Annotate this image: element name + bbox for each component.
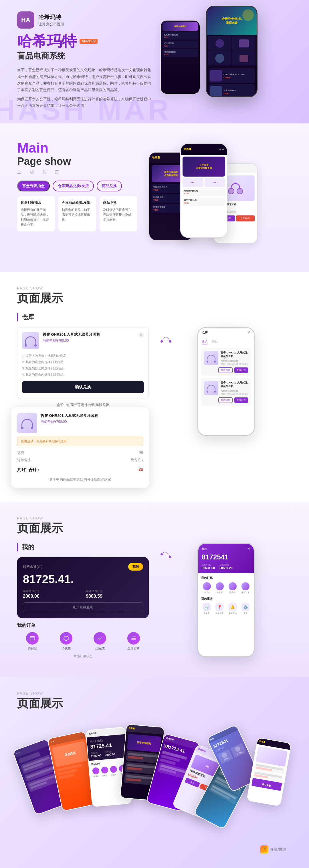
pw-btn-mail[interactable]: 邮寄到家 <box>218 367 233 373</box>
hero-description: 当下，盲盒已经成为了一种最受欢迎的文化现象，哈希玛特是这次一文化现象转化成一种新… <box>17 67 154 109</box>
wh-item-image <box>22 332 39 349</box>
tab-warehouse[interactable]: 仓库商品兑换/发货 <box>53 181 94 191</box>
pm-service-address[interactable]: 📍 地址管理 <box>216 603 223 615</box>
connector-arrow <box>160 327 172 356</box>
phone-mockup-hero: 哈希玛特转让法重磅来袭 CANON相机 <box>206 6 257 97</box>
pm-header: 我的 ←⚙ 8172541 总资产(元) 95631.50 <box>198 544 254 573</box>
pm-service-address-icon: 📍 <box>216 603 223 611</box>
pm-stat-2: 总消费(元) 58630.20 <box>220 563 233 570</box>
pw-tabs: 盒子 商品 <box>198 337 254 345</box>
func-label-4 <box>36 170 40 175</box>
pw-body: 哲睿 OHR201 入耳式无线蓝牙耳机 当前价格¥790.00 时间: 2024… <box>198 345 254 411</box>
page-show-header-mine: PAGE SHOW 页面展示 <box>17 516 292 536</box>
coupon-text: 优惠活动 <box>21 439 33 443</box>
pm-service-settings[interactable]: ⚙️ 设置 <box>242 603 250 615</box>
order-label-pending-receive: 待收货 <box>51 646 81 651</box>
pm-services-row: 🧾 开发票 📍 地址管理 🔔 系统通知 <box>201 603 251 615</box>
feature-card-1-title: 盲盒列表抽盒 <box>21 200 52 206</box>
mine-divider <box>17 543 18 551</box>
mine-section-title: 我的 <box>17 543 149 551</box>
mine-card-label: 账户余额(元) <box>23 564 43 569</box>
mine-order-pending-receive[interactable]: 待收货 <box>51 632 81 651</box>
page-show-label-phones: PAGE SHOW <box>17 691 292 695</box>
dialog-note-row: 订单备注 无备注 › <box>17 457 143 464</box>
charge-button[interactable]: 充值 <box>128 563 143 570</box>
pm-order-icon-4 <box>242 582 250 590</box>
warehouse-content: 哲睿 OHR201 入耳式无线蓝牙耳机 当前价格¥790.00 × 1. 提货人… <box>17 327 292 488</box>
total-label: 共1件 合计： <box>17 467 40 472</box>
wh-bottom-note: 盒子中的商品可进行批量/单独兑换 <box>17 403 149 407</box>
pm-service-notify-label: 系统通知 <box>229 612 236 615</box>
mine-order-done[interactable]: 已完成 <box>85 632 115 651</box>
page-show-title-warehouse: 页面展示 <box>17 290 292 306</box>
warehouse-item-row: 哲睿 OHR201 入耳式无线蓝牙耳机 当前价格¥790.00 × <box>22 332 144 349</box>
confirm-exchange-button[interactable]: 确认兑换 <box>22 381 144 393</box>
dialog-headphone-icon <box>22 419 33 427</box>
warehouse-right: 仓库 ⚙ 盒子 商品 <box>183 327 269 436</box>
watermark: 🍊 开源/拼源 <box>17 845 292 854</box>
pm-service-settings-label: 设置 <box>242 612 250 615</box>
pm-order-1[interactable]: 待付款 <box>201 582 212 594</box>
dialog-total-row: 共1件 合计： ¥0 <box>17 465 143 475</box>
pm-services-title: 我的服务 <box>201 597 251 601</box>
pw-btn2-sell[interactable]: 直接出售 <box>234 397 248 403</box>
hero-section: HA 哈希玛特 让开盒公平透明 哈希玛特 APP1.0V 盲品电商系统 当下，盲… <box>0 0 309 123</box>
total-value: ¥0 <box>139 467 143 472</box>
pm-order-3[interactable]: 已完成 <box>227 582 238 594</box>
dialog-coupon: 优惠活动 · 可兑换¥10兑换码使用 <box>17 437 143 446</box>
pm-service-settings-icon: ⚙️ <box>242 603 250 611</box>
pm-order-4[interactable]: 全部订单 <box>240 582 251 594</box>
mine-order-all[interactable]: 全部订单 <box>118 632 149 651</box>
wh-item-price: 当前价格¥790.00 <box>43 338 135 343</box>
pm-my-label: 我的 <box>202 547 207 551</box>
pm-order-label-2: 待收货 <box>214 591 225 594</box>
mine-stat-1-label: 累计充值(元) <box>23 589 80 593</box>
tab-blind-box[interactable]: 盲盒列表抽盒 <box>17 181 50 191</box>
mine-left: 我的 账户余额(元) 充值 81725.41. 累计充值(元) 2000.00 … <box>17 543 149 663</box>
feature-card-1: 盲盒列表抽盒 选择已有的展示商品，进行随机选择，利用哈希算法，保证开盒公平。 <box>17 196 55 231</box>
mine-stat-1-value: 2000.00 <box>23 594 80 599</box>
svg-point-3 <box>161 340 163 343</box>
mine-order-pending-pay[interactable]: 待付款 <box>17 632 48 651</box>
pm-service-invoice[interactable]: 🧾 开发票 <box>202 603 210 615</box>
hero-left: HA 哈希玛特 让开盒公平透明 哈希玛特 APP1.0V 盲品电商系统 当下，盲… <box>17 11 154 109</box>
pm-service-address-label: 地址管理 <box>216 612 223 615</box>
main-right: 哈希赢 新手专享福利点击参与签到 智能榨汁机礼包 ¥199 纪念版手机 ¥289 <box>149 141 257 255</box>
mine-stat-2-label: 累计消费(元) <box>86 589 143 593</box>
func-labels-row: 主 功 能 页 <box>17 170 137 175</box>
page-show-title-phones: 页面展示 <box>17 695 292 711</box>
pm-body: 我的订单 待付款 待收货 <box>198 573 254 618</box>
pm-stat-2-val: 58630.20 <box>220 566 233 570</box>
feature-card-3: 商品兑换 及时确认的盲盒可在无法进行直接兑换或直接出售。 <box>100 196 137 231</box>
pw-item2-price: 当前价格¥790.00 <box>221 390 248 393</box>
feature-cards: 盲盒列表抽盒 选择已有的展示商品，进行随机选择，利用哈希算法，保证开盒公平。 仓… <box>17 196 137 231</box>
pw-item-1: 哲睿 OHR201 入耳式无线蓝牙耳机 当前价格¥790.00 时间: 2024… <box>201 348 251 376</box>
pm-service-invoice-icon: 🧾 <box>202 603 210 611</box>
dialog-item-price: 当前价格¥790.00 <box>40 420 143 424</box>
func-label-2 <box>24 170 27 175</box>
query-balance-button[interactable]: 账户余额查询 <box>23 602 143 612</box>
app-tagline: 让开盒公平透明 <box>38 22 64 27</box>
wh-desc-list: 1. 提货人的盲盒内选择到此商品。 2. 此处的盲盒内选择到此商品。 3. 此处… <box>22 352 144 378</box>
coupon-detail-text: 可兑换¥10兑换码使用 <box>36 439 66 443</box>
phone-warehouse: 仓库 ⚙ 盒子 商品 <box>197 327 255 436</box>
pw-tab-products[interactable]: 商品 <box>212 339 218 345</box>
shipping-label: 运费 <box>17 451 24 456</box>
tab-exchange[interactable]: 商品兑换 <box>97 181 122 191</box>
mine-orders-title: 我的订单 <box>17 623 149 628</box>
section-divider <box>17 313 18 321</box>
shipping-value: ¥0 <box>139 451 143 456</box>
page-show-title-mine: 页面展示 <box>17 520 292 536</box>
pw-btn-sell[interactable]: 直接出售 <box>234 367 248 373</box>
dialog-shipping-row: 运费 ¥0 <box>17 450 143 457</box>
phones-section: PAGE SHOW 页面展示 <box>0 677 309 868</box>
pm-order-label-1: 待付款 <box>201 591 212 594</box>
wh-close-button[interactable]: × <box>138 332 144 338</box>
pw-item-actions: 邮寄到家 直接出售 <box>204 367 248 373</box>
pm-order-2[interactable]: 待收货 <box>214 582 225 594</box>
mine-section: PAGE SHOW 页面展示 我的 账户余额(元) 充值 81725.41. 累… <box>0 502 309 677</box>
main-title: Main <box>17 141 137 156</box>
pw-btn2-mail[interactable]: 邮寄到家 <box>218 397 233 403</box>
pw-tab-box[interactable]: 盒子 <box>202 339 207 345</box>
pm-service-notify[interactable]: 🔔 系统通知 <box>229 603 236 615</box>
